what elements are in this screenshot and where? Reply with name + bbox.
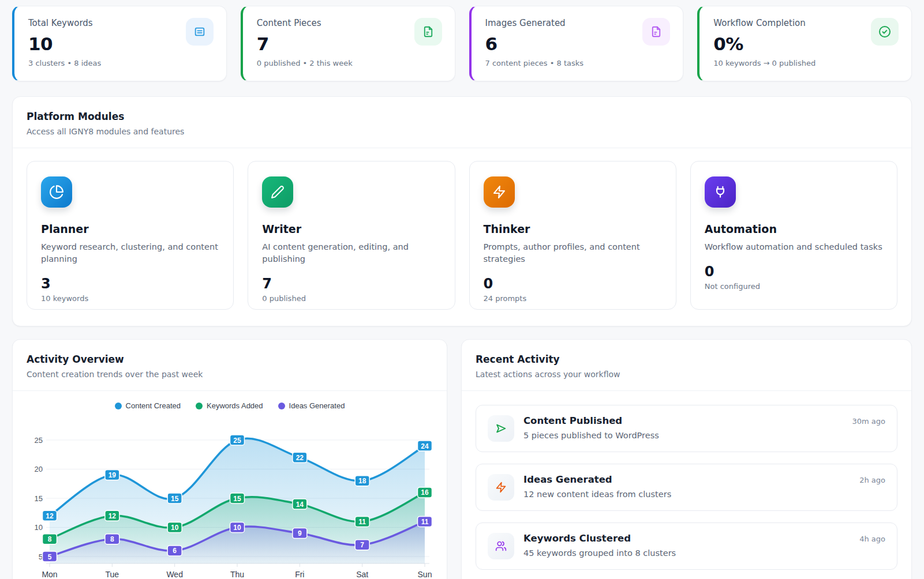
module-value: 0	[705, 264, 883, 280]
chart-legend: Content CreatedKeywords AddedIdeas Gener…	[27, 401, 433, 410]
svg-text:15: 15	[171, 495, 179, 503]
stat-caption: 10 keywords → 0 published	[713, 59, 897, 67]
stat-caption: 3 clusters • 8 ideas	[28, 59, 212, 67]
activity-description: 45 keywords grouped into 8 clusters	[523, 548, 885, 558]
bottom-row: Activity Overview Content creation trend…	[12, 339, 912, 579]
activity-item-ideas-generated[interactable]: Ideas Generated 2h ago 12 new content id…	[476, 464, 897, 511]
legend-item[interactable]: Content Created	[115, 401, 181, 410]
pencil-icon	[262, 176, 293, 208]
module-caption: 10 keywords	[41, 294, 219, 303]
module-caption: Not configured	[705, 282, 883, 291]
stats-row: Total Keywords 10 3 clusters • 8 ideas C…	[12, 6, 912, 81]
svg-text:8: 8	[48, 535, 52, 543]
activity-item-content-published[interactable]: Content Published 30m ago 5 pieces publi…	[476, 405, 897, 452]
stat-caption: 0 published • 2 this week	[257, 59, 441, 67]
module-description: Keyword research, clustering, and conten…	[41, 241, 219, 265]
activity-time: 30m ago	[852, 417, 885, 426]
panel-title: Recent Activity	[476, 354, 897, 365]
svg-text:7: 7	[360, 541, 364, 549]
panel-title: Platform Modules	[27, 111, 897, 122]
legend-dot	[115, 403, 122, 409]
svg-text:15: 15	[233, 495, 241, 503]
module-card-automation[interactable]: Automation Workflow automation and sched…	[690, 161, 897, 310]
lightning-icon	[484, 176, 515, 208]
stat-card-total-keywords: Total Keywords 10 3 clusters • 8 ideas	[12, 6, 227, 81]
activity-time: 4h ago	[859, 535, 885, 543]
svg-text:18: 18	[358, 477, 366, 485]
stat-label: Images Generated	[485, 18, 669, 28]
svg-text:14: 14	[296, 501, 304, 509]
stat-card-images-generated: Images Generated 6 7 content pieces • 8 …	[469, 6, 684, 81]
recent-activity-header: Recent Activity Latest actions across yo…	[462, 340, 911, 391]
module-value: 7	[262, 276, 440, 292]
activity-description: 5 pieces published to WordPress	[523, 431, 885, 440]
svg-text:9: 9	[298, 529, 302, 537]
svg-text:6: 6	[173, 547, 177, 555]
module-value: 3	[41, 276, 219, 292]
svg-text:20: 20	[35, 465, 43, 473]
module-card-planner[interactable]: Planner Keyword research, clustering, an…	[27, 161, 234, 310]
svg-text:10: 10	[233, 524, 241, 532]
activity-title: Content Published	[523, 415, 622, 426]
zap-icon	[488, 474, 514, 501]
svg-text:Sat: Sat	[356, 570, 368, 579]
plug-icon	[705, 176, 736, 208]
stat-value: 6	[485, 33, 669, 54]
module-description: Prompts, author profiles, and content st…	[484, 241, 662, 265]
svg-text:15: 15	[35, 494, 43, 503]
module-value: 0	[484, 276, 662, 292]
check-circle-icon	[871, 18, 899, 46]
activity-overview-panel: Activity Overview Content creation trend…	[12, 339, 447, 579]
activity-item-keywords-clustered[interactable]: Keywords Clustered 4h ago 45 keywords gr…	[476, 522, 897, 570]
svg-text:22: 22	[296, 454, 304, 462]
panel-subtitle: Latest actions across your workflow	[476, 370, 897, 379]
module-card-thinker[interactable]: Thinker Prompts, author profiles, and co…	[469, 161, 676, 310]
file-icon	[642, 18, 670, 46]
recent-activity-panel: Recent Activity Latest actions across yo…	[461, 339, 912, 579]
svg-text:10: 10	[171, 524, 179, 532]
svg-text:24: 24	[421, 442, 429, 450]
module-description: AI content generation, editing, and publ…	[262, 241, 440, 265]
svg-text:Sun: Sun	[418, 570, 432, 579]
svg-text:12: 12	[46, 512, 54, 520]
stat-value: 10	[28, 33, 212, 54]
activity-overview-header: Activity Overview Content creation trend…	[13, 340, 447, 391]
platform-modules-header: Platform Modules Access all IGNY8 module…	[13, 97, 911, 148]
activity-title: Keywords Clustered	[523, 533, 631, 544]
recent-activity-list: Content Published 30m ago 5 pieces publi…	[462, 391, 911, 579]
stat-value: 7	[257, 33, 441, 54]
legend-item[interactable]: Keywords Added	[196, 401, 263, 410]
users-icon	[488, 533, 514, 559]
send-icon	[488, 415, 514, 442]
svg-text:11: 11	[358, 518, 366, 526]
legend-item[interactable]: Ideas Generated	[278, 401, 345, 410]
svg-text:5: 5	[48, 553, 52, 561]
svg-text:11: 11	[421, 518, 429, 526]
stat-card-workflow-completion: Workflow Completion 0% 10 keywords → 0 p…	[697, 6, 912, 81]
panel-title: Activity Overview	[27, 354, 433, 365]
activity-title: Ideas Generated	[523, 474, 612, 485]
module-name: Writer	[262, 223, 440, 235]
svg-text:8: 8	[110, 535, 114, 543]
svg-text:16: 16	[421, 488, 429, 497]
module-card-writer[interactable]: Writer AI content generation, editing, a…	[248, 161, 455, 310]
activity-description: 12 new content ideas from clusters	[523, 490, 885, 499]
module-name: Thinker	[484, 223, 662, 235]
svg-text:25: 25	[233, 437, 241, 445]
file-text-icon	[186, 18, 214, 46]
module-caption: 24 prompts	[484, 294, 662, 303]
stat-card-content-pieces: Content Pieces 7 0 published • 2 this we…	[241, 6, 455, 81]
svg-text:12: 12	[109, 512, 117, 520]
svg-text:25: 25	[35, 436, 43, 445]
file-icon	[414, 18, 442, 46]
svg-text:Fri: Fri	[295, 570, 304, 579]
activity-time: 2h ago	[859, 476, 885, 484]
svg-text:Mon: Mon	[42, 570, 57, 579]
platform-modules-panel: Platform Modules Access all IGNY8 module…	[12, 96, 912, 326]
module-name: Planner	[41, 223, 219, 235]
stat-label: Content Pieces	[257, 18, 441, 28]
module-caption: 0 published	[262, 294, 440, 303]
svg-text:Wed: Wed	[166, 570, 183, 579]
svg-text:Tue: Tue	[106, 570, 119, 579]
activity-trend-chart[interactable]: 510152025MonTueWedThuFriSatSun1219152522…	[27, 417, 434, 579]
